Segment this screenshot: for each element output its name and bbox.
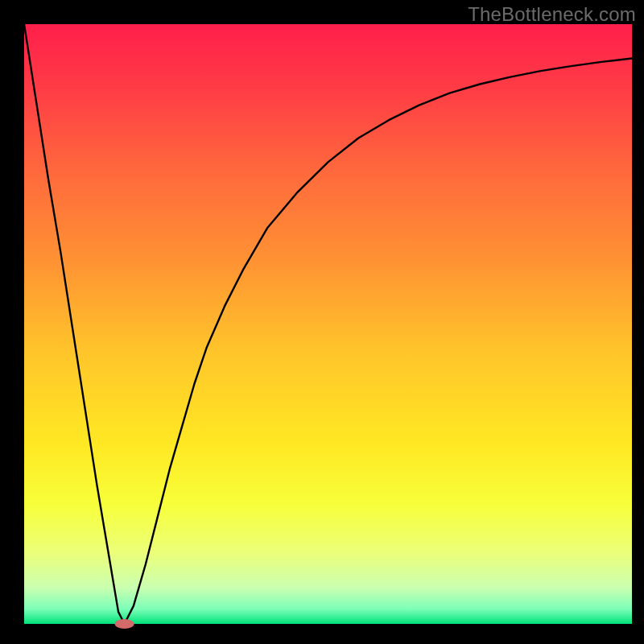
optimal-marker xyxy=(115,619,134,629)
plot-background xyxy=(24,24,632,624)
bottleneck-chart xyxy=(0,0,644,644)
watermark-label: TheBottleneck.com xyxy=(468,3,636,26)
chart-frame: TheBottleneck.com xyxy=(0,0,644,644)
